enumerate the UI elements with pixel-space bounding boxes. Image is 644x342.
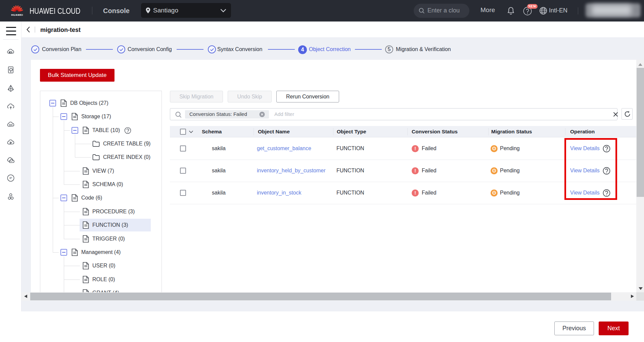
svg-text:IP: IP: [9, 176, 12, 180]
